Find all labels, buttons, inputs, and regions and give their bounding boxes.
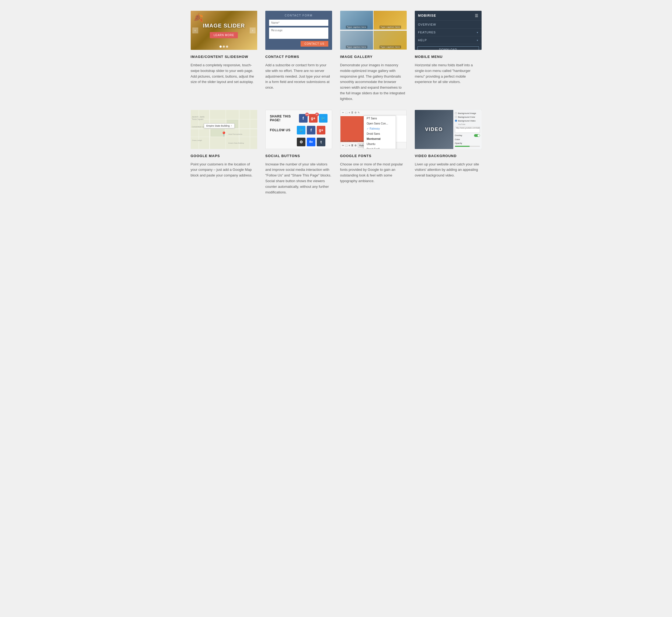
font-option-raleway[interactable]: ✓ Raleway [364, 126, 396, 131]
card-video-title: VIDEO BACKGROUND [415, 154, 482, 158]
opacity-label: Opacity [455, 142, 462, 145]
slider-overlay: IMAGE SLIDER LEARN MORE [203, 23, 245, 38]
card-menu: MOBIRISE ☰ OVERVIEW FEATURES ▾ HELP ▾ DO… [415, 11, 482, 102]
card-slider-title: IMAGE/CONTENT SLIDESHOW [191, 55, 257, 59]
menu-item-overview[interactable]: OVERVIEW [415, 21, 482, 29]
share-twitter-button[interactable]: 🐦 [319, 114, 327, 123]
svg-text:Times Square: Times Square [192, 118, 203, 121]
follow-twitter-button[interactable]: 🐦 [297, 126, 305, 135]
card-maps-desc: Point your customers in the location of … [191, 162, 257, 178]
card-video-desc: Liven up your website and catch your sit… [415, 162, 482, 178]
video-overlay-row: Overlay [455, 134, 480, 137]
share-gp-count: 47 [315, 113, 319, 117]
follow-behance-button[interactable]: Be [307, 138, 315, 146]
gallery-caption-3: Type caption here [346, 45, 367, 48]
facebook-icon: f [302, 116, 304, 121]
radio-bg-video[interactable] [455, 120, 457, 122]
font-option-pt-sans[interactable]: PT Sans [364, 116, 396, 121]
googleplus-icon: g+ [311, 116, 315, 121]
svg-text:Hotel Pennsylvania: Hotel Pennsylvania [228, 133, 242, 135]
slider-dot-3[interactable] [226, 45, 228, 48]
slider-learn-more-button[interactable]: LEARN MORE [210, 32, 238, 38]
card-gallery-title: IMAGE GALLERY [340, 55, 407, 59]
radio-bg-color[interactable] [455, 116, 457, 118]
gallery-cell-2[interactable]: Type caption here [374, 11, 407, 30]
toolbar-icon-2: ⬚ [345, 111, 348, 114]
card-fonts: ✂ ⬚ ≡ ≣ ⚙ ✎ PT Sans Open Sans Con... ✓ R… [340, 110, 407, 195]
card-social-title: SOCIAL BUTTONS [265, 154, 332, 158]
font-toolbar-icon-5: ⚙ [355, 144, 357, 147]
video-settings-panel: Background Image Background Color Backgr… [453, 110, 482, 149]
gallery-bg-2: Type caption here [374, 11, 407, 30]
font-option-montserrat[interactable]: Montserrat [364, 136, 396, 142]
gallery-cell-3[interactable]: Type caption here [340, 31, 373, 50]
overlay-toggle[interactable] [474, 134, 480, 137]
fonts-dropdown[interactable]: PT Sans Open Sans Con... ✓ Raleway Droid… [364, 116, 396, 149]
slider-dot-1[interactable] [220, 45, 222, 48]
follow-github-button[interactable]: ⚙ [297, 138, 305, 146]
menu-header: MOBIRISE ☰ [415, 11, 482, 21]
share-googleplus-button[interactable]: g+ 47 [309, 114, 317, 123]
youtube-url-input[interactable]: http://www.youtube.com/watd [455, 127, 480, 133]
card-contact-desc: Add a subscribe or contact form to your … [265, 62, 332, 90]
follow-tumblr-button[interactable]: t [317, 138, 325, 146]
contact-message-input[interactable] [269, 27, 328, 39]
contact-form-title: CONTACT FORM [285, 14, 313, 17]
font-option-ubuntu[interactable]: Ubuntu [364, 142, 396, 147]
card-gallery: Type caption here Type caption here Type… [340, 11, 407, 102]
svg-text:Отель Lehigh: Отель Lehigh [192, 140, 202, 141]
slider-dot-2[interactable] [223, 45, 225, 48]
font-option-open-sans[interactable]: Open Sans Con... [364, 121, 396, 126]
font-toolbar-icon-1: ✂ [342, 144, 344, 147]
gallery-cell-4[interactable]: Type caption here [374, 31, 407, 50]
gallery-cell-1[interactable]: Type caption here [340, 11, 373, 30]
video-opacity-row: Opacity [455, 142, 480, 145]
preview-fonts: ✂ ⬚ ≡ ≣ ⚙ ✎ PT Sans Open Sans Con... ✓ R… [340, 110, 407, 149]
radio-bg-image[interactable] [455, 112, 457, 114]
card-slider-desc: Embed a completely responsive, touch-swi… [191, 62, 257, 85]
follow-facebook-button[interactable]: f [307, 126, 315, 135]
preview-social: SHARE THIS PAGE! f 192 g+ 47 🐦 [265, 110, 332, 149]
overlay-label: Overlay [455, 134, 473, 137]
share-facebook-button[interactable]: f 192 [299, 114, 307, 123]
contact-name-input[interactable] [269, 20, 328, 26]
follow-googleplus-button[interactable]: g+ [317, 126, 325, 135]
card-menu-desc: Horizontal site menu folds itself into a… [415, 62, 482, 85]
bg-image-label: Background Image [458, 112, 476, 115]
menu-download-button[interactable]: DOWNLOAD [418, 46, 479, 50]
font-toolbar-icon-3: ≡ [349, 144, 350, 147]
bg-video-label: Background Video [458, 120, 476, 122]
map-close-icon[interactable]: × [231, 125, 232, 127]
card-maps: Jacob K. Javits Times Square Convention … [191, 110, 257, 195]
facebook-icon-2: f [310, 128, 312, 132]
leaf-decoration: 🍂 [193, 13, 203, 22]
follow-label: FOLLOW US [270, 128, 294, 132]
slider-next-arrow[interactable]: › [250, 27, 256, 33]
toolbar-icon-3: ≡ [349, 111, 350, 114]
preview-menu: MOBIRISE ☰ OVERVIEW FEATURES ▾ HELP ▾ DO… [415, 11, 482, 50]
card-menu-title: MOBILE MENU [415, 55, 482, 59]
opacity-slider-fill [455, 146, 470, 147]
slider-prev-arrow[interactable]: ‹ [192, 27, 198, 33]
color-label: Color [455, 138, 460, 141]
github-icon: ⚙ [299, 140, 303, 144]
opacity-slider[interactable] [455, 146, 480, 147]
map-roads-svg: Jacob K. Javits Times Square Convention … [191, 110, 257, 149]
card-maps-title: GOOGLE MAPS [191, 154, 257, 158]
menu-item-help[interactable]: HELP ▾ [415, 36, 482, 44]
font-option-droid-sans[interactable]: Droid Sans [364, 131, 396, 136]
video-youtube-row: YouTube [455, 124, 480, 125]
contact-submit-button[interactable]: CONTACT US [300, 41, 328, 47]
gallery-bg-1: Type caption here [340, 11, 373, 30]
font-option-droid-serif[interactable]: Droid Serif [364, 147, 396, 149]
menu-item-overview-label: OVERVIEW [418, 23, 436, 26]
card-social: SHARE THIS PAGE! f 192 g+ 47 🐦 [265, 110, 332, 195]
toolbar-icon-1: ✂ [342, 111, 344, 114]
gallery-caption-4: Type caption here [380, 45, 401, 48]
extra-icons-row: ⚙ Be t [270, 138, 327, 146]
menu-item-features[interactable]: FEATURES ▾ [415, 29, 482, 36]
card-fonts-title: GOOGLE FONTS [340, 154, 407, 158]
twitter-icon-2: 🐦 [299, 128, 303, 132]
hamburger-icon[interactable]: ☰ [475, 13, 478, 18]
tumblr-icon: t [320, 140, 322, 144]
